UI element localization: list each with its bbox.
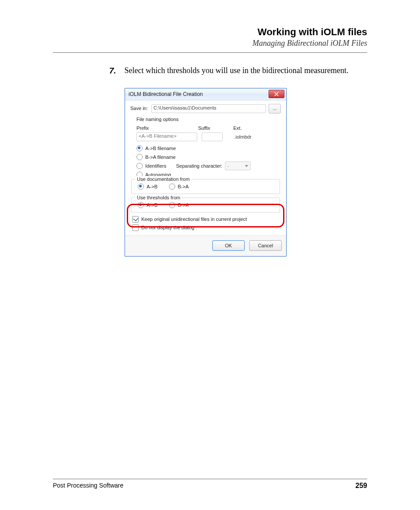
page-number: 259 (355, 482, 367, 490)
keep-original-label: Keep original unidirectional files in cu… (141, 216, 247, 223)
dialog-title: iOLM Bidirectional File Creation (127, 91, 269, 98)
browse-button[interactable]: ... (269, 104, 281, 114)
ext-value: .iolmbdr (234, 134, 251, 140)
radio-ba-filename[interactable] (136, 154, 143, 160)
prefix-input[interactable]: <A->B Filename> (136, 132, 197, 141)
use-documentation-legend: Use documentation from (135, 176, 192, 183)
prefix-label: Prefix (136, 125, 198, 132)
cancel-button[interactable]: Cancel (249, 240, 282, 251)
save-in-path[interactable]: C:\Users\isasau1\Documents (151, 104, 266, 113)
radio-ab-filename[interactable] (136, 145, 143, 151)
use-documentation-from-group: Use documentation from A->B B->A (131, 179, 280, 194)
thresholds-ba-radio[interactable] (169, 202, 175, 208)
dialog-window: iOLM Bidirectional File Creation Save in… (125, 88, 287, 257)
header-rule (53, 52, 367, 53)
thresholds-ab-label: A->B (147, 202, 158, 209)
step-text: Select which thresholds you will use in … (125, 66, 349, 75)
doc-from-ba-radio[interactable] (169, 183, 175, 190)
do-not-display-label: Do not display the dialog (141, 224, 194, 231)
radio-identifiers[interactable] (136, 163, 143, 169)
close-button[interactable] (269, 90, 284, 98)
suffix-input[interactable] (202, 132, 223, 141)
file-naming-label: File naming options (136, 116, 281, 123)
chevron-down-icon (245, 165, 248, 167)
use-thresholds-legend: Use thresholds from (135, 194, 182, 201)
keep-original-checkbox[interactable] (132, 216, 139, 223)
suffix-label: Suffix (198, 125, 233, 132)
separating-char-select[interactable]: - (225, 161, 251, 170)
radio-identifiers-label: Identifiers (145, 163, 166, 169)
doc-from-ba-label: B->A (178, 183, 189, 190)
separating-char-label: Separating character: (176, 163, 222, 169)
ok-button[interactable]: OK (212, 240, 245, 251)
do-not-display-checkbox[interactable] (132, 224, 139, 231)
thresholds-ba-label: B->A (178, 202, 189, 209)
section-subtitle: Managing Bidirectional iOLM Files (53, 39, 367, 48)
close-icon (274, 92, 279, 96)
doc-from-ab-label: A->B (147, 183, 158, 190)
use-thresholds-from-group: Use thresholds from A->B B->A (131, 198, 280, 213)
step-number: 7. (109, 65, 122, 77)
doc-from-ab-radio[interactable] (138, 183, 144, 190)
section-title: Working with iOLM files (53, 26, 367, 38)
footer-rule (53, 479, 367, 479)
thresholds-ab-radio[interactable] (138, 202, 144, 208)
ext-label: Ext. (233, 125, 242, 132)
separating-char-value: - (227, 163, 229, 169)
radio-ab-filename-label: A->B filename (145, 145, 176, 152)
radio-ba-filename-label: B->A filename (145, 154, 176, 161)
save-in-label: Save in: (130, 105, 148, 112)
footer-product: Post Processing Software (53, 482, 123, 490)
dialog-titlebar: iOLM Bidirectional File Creation (125, 88, 286, 100)
